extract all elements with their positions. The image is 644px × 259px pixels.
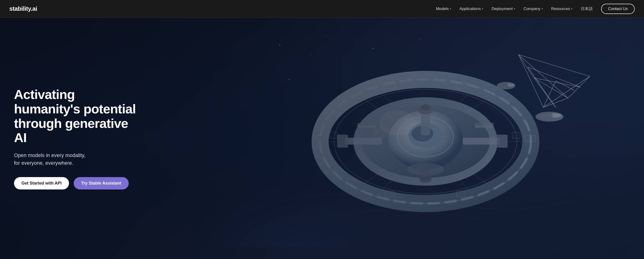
nav-resources-label: Resources [551, 7, 570, 11]
chevron-down-icon: ▾ [450, 8, 451, 10]
navbar: stability.ai Models ▾ Applications ▾ Dep… [0, 0, 644, 18]
chevron-down-icon: ▾ [571, 8, 572, 10]
nav-resources[interactable]: Resources ▾ [551, 7, 572, 11]
nav-company-label: Company [524, 7, 540, 11]
hero-content: Activating humanity's potential through … [0, 87, 152, 189]
chevron-down-icon: ▾ [542, 8, 543, 10]
nav-applications[interactable]: Applications ▾ [459, 7, 483, 11]
contact-us-button[interactable]: Contact Us [601, 4, 635, 14]
hero-buttons: Get Started with API Try Stable Assistan… [14, 177, 138, 189]
nav-deployment[interactable]: Deployment ▾ [492, 7, 515, 11]
nav-models-label: Models [436, 7, 449, 11]
hero-subtitle: Open models in every modality,for everyo… [14, 151, 138, 167]
nav-deployment-label: Deployment [492, 7, 513, 11]
nav-models[interactable]: Models ▾ [436, 7, 451, 11]
nav-items: Models ▾ Applications ▾ Deployment ▾ Com… [436, 4, 635, 14]
chevron-down-icon: ▾ [482, 8, 483, 10]
try-stable-assistant-button[interactable]: Try Stable Assistant [74, 177, 128, 189]
nav-japanese[interactable]: 日本語 [581, 6, 593, 12]
hero-section: Activating humanity's potential through … [0, 18, 644, 259]
nav-applications-label: Applications [459, 7, 481, 11]
brand-logo[interactable]: stability.ai [9, 5, 37, 12]
get-started-api-button[interactable]: Get Started with API [14, 177, 69, 189]
chevron-down-icon: ▾ [514, 8, 515, 10]
hero-title: Activating humanity's potential through … [14, 87, 138, 145]
nav-company[interactable]: Company ▾ [524, 7, 543, 11]
